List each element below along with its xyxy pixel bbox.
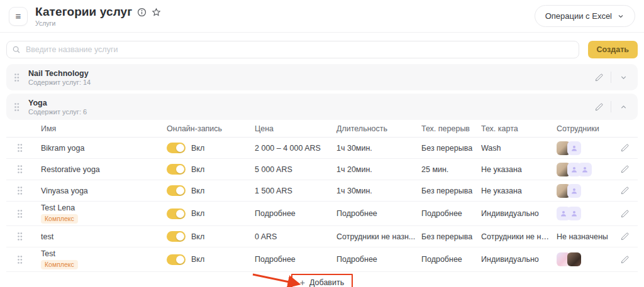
column-header: Длительность bbox=[336, 124, 421, 133]
drag-handle-icon[interactable] bbox=[17, 186, 23, 195]
plus-icon: + bbox=[300, 278, 305, 287]
duration-cell: 1ч 30мин. bbox=[336, 187, 421, 195]
price-cell: 0 ARS bbox=[255, 232, 336, 241]
search-wrap bbox=[6, 41, 579, 58]
edit-category-icon[interactable] bbox=[589, 99, 608, 115]
edit-cell bbox=[617, 161, 638, 178]
edit-service-icon[interactable] bbox=[617, 161, 633, 178]
staff-cell bbox=[557, 207, 617, 220]
category-card[interactable]: Nail TechnologyСодержит услуг: 14 bbox=[6, 64, 638, 90]
online-toggle[interactable] bbox=[167, 164, 186, 175]
tech-card-cell: Не указана bbox=[481, 165, 557, 174]
service-name: Test bbox=[41, 249, 55, 258]
service-name-cell[interactable]: Restorative yoga bbox=[41, 165, 167, 174]
staff-cell bbox=[557, 163, 617, 176]
menu-icon[interactable]: ≡ bbox=[9, 7, 28, 26]
favorite-star-icon[interactable] bbox=[152, 8, 161, 17]
excel-operations-button[interactable]: Операции с Excel bbox=[535, 5, 635, 27]
service-name-cell[interactable]: Bikram yoga bbox=[41, 144, 167, 153]
complex-badge: Комплекс bbox=[41, 260, 78, 270]
toggle-label: Вкл bbox=[191, 144, 204, 153]
row-drag-cell bbox=[6, 143, 41, 153]
add-service-button[interactable]: + Добавить bbox=[294, 276, 350, 287]
drag-handle-icon[interactable] bbox=[14, 73, 19, 82]
category-card[interactable]: YogaСодержит услуг: 6 bbox=[6, 94, 638, 120]
staff-photo-avatar bbox=[567, 252, 581, 266]
online-toggle[interactable] bbox=[167, 231, 186, 242]
staff-text: Не назначены bbox=[557, 232, 608, 241]
table-row: testВкл0 ARSСотрудники не назн...Без пер… bbox=[6, 226, 638, 247]
price-cell: 2 000 – 4 000 ARS bbox=[255, 144, 336, 153]
tech-card-cell: Wash bbox=[481, 144, 557, 153]
chevron-down-icon bbox=[617, 13, 625, 20]
duration-cell: Подробнее bbox=[336, 209, 421, 218]
divider bbox=[611, 72, 611, 83]
online-booking-cell: Вкл bbox=[167, 143, 255, 153]
price-cell: 1 500 ARS bbox=[255, 187, 336, 195]
staff-avatars[interactable] bbox=[557, 207, 612, 220]
collapse-category-icon[interactable] bbox=[614, 99, 633, 115]
create-button[interactable]: Создать bbox=[588, 41, 638, 58]
service-name-cell[interactable]: Test LenaКомплекс bbox=[41, 203, 167, 224]
staff-cell bbox=[557, 252, 617, 266]
service-name-cell[interactable]: test bbox=[41, 232, 167, 241]
drag-handle-icon[interactable] bbox=[14, 102, 19, 112]
category-text: YogaСодержит услуг: 6 bbox=[28, 99, 87, 116]
toggle-label: Вкл bbox=[191, 165, 204, 174]
online-booking-cell: Вкл bbox=[167, 185, 255, 196]
duration-cell: Сотрудники не назн... bbox=[336, 232, 421, 241]
edit-service-icon[interactable] bbox=[617, 251, 633, 268]
service-name-cell[interactable]: TestКомплекс bbox=[41, 249, 167, 270]
service-name: test bbox=[41, 232, 53, 241]
online-toggle[interactable] bbox=[167, 208, 186, 219]
table-header-row: ИмяОнлайн-записьЦенаДлительностьТех. пер… bbox=[6, 120, 638, 138]
edit-service-icon[interactable] bbox=[617, 183, 633, 199]
online-booking-cell: Вкл bbox=[167, 254, 255, 265]
info-icon[interactable] bbox=[137, 8, 147, 17]
row-drag-cell bbox=[6, 186, 41, 195]
online-toggle[interactable] bbox=[167, 143, 186, 153]
column-header: Онлайн-запись bbox=[167, 124, 255, 133]
online-booking-cell: Вкл bbox=[167, 231, 255, 242]
drag-handle-icon[interactable] bbox=[17, 143, 23, 153]
row-drag-cell bbox=[6, 255, 41, 264]
edit-service-icon[interactable] bbox=[617, 229, 633, 245]
edit-service-icon[interactable] bbox=[617, 205, 633, 222]
category-name: Nail Technology bbox=[28, 69, 91, 78]
drag-handle-icon[interactable] bbox=[17, 209, 23, 219]
staff-avatars[interactable] bbox=[557, 252, 612, 266]
drag-handle-icon[interactable] bbox=[17, 232, 23, 241]
category-list: Nail TechnologyСодержит услуг: 14YogaСод… bbox=[6, 64, 638, 120]
search-toolbar: Создать bbox=[6, 41, 638, 58]
category-count: Содержит услуг: 14 bbox=[28, 79, 91, 86]
staff-avatars[interactable] bbox=[557, 141, 612, 155]
search-input[interactable] bbox=[6, 41, 579, 58]
title-block: Категории услуг Услуги bbox=[35, 5, 161, 27]
staff-placeholder-avatar bbox=[567, 141, 581, 155]
edit-service-icon[interactable] bbox=[617, 140, 633, 156]
toggle-label: Вкл bbox=[191, 255, 204, 264]
column-header: Цена bbox=[255, 124, 336, 133]
column-header: Тех. карта bbox=[481, 124, 557, 133]
duration-cell: Подробнее bbox=[336, 255, 421, 264]
edit-cell bbox=[617, 251, 638, 268]
online-booking-cell: Вкл bbox=[167, 164, 255, 175]
online-toggle[interactable] bbox=[167, 185, 186, 196]
drag-handle-icon[interactable] bbox=[17, 165, 23, 174]
tech-card-cell: Индивидуально bbox=[481, 255, 557, 264]
expand-category-icon[interactable] bbox=[614, 69, 633, 85]
staff-avatars[interactable] bbox=[557, 163, 612, 176]
service-name-cell[interactable]: Vinyasa yoga bbox=[41, 187, 167, 195]
table-row: Test LenaКомплексВклПодробнееПодробнееПо… bbox=[6, 202, 638, 226]
duration-cell: 1ч 30мин. bbox=[336, 144, 421, 153]
service-name: Test Lena bbox=[41, 203, 75, 212]
staff-placeholder-avatar bbox=[567, 184, 581, 198]
staff-avatars[interactable] bbox=[557, 184, 612, 198]
drag-handle-icon[interactable] bbox=[17, 255, 23, 264]
online-toggle[interactable] bbox=[167, 254, 186, 265]
service-name: Restorative yoga bbox=[41, 165, 100, 174]
table-body: Bikram yogaВкл2 000 – 4 000 ARS1ч 30мин.… bbox=[6, 138, 638, 272]
content-area: Создать Nail TechnologyСодержит услуг: 1… bbox=[0, 41, 644, 287]
edit-category-icon[interactable] bbox=[589, 69, 608, 85]
tech-break-cell: Без перерыва bbox=[421, 232, 481, 241]
